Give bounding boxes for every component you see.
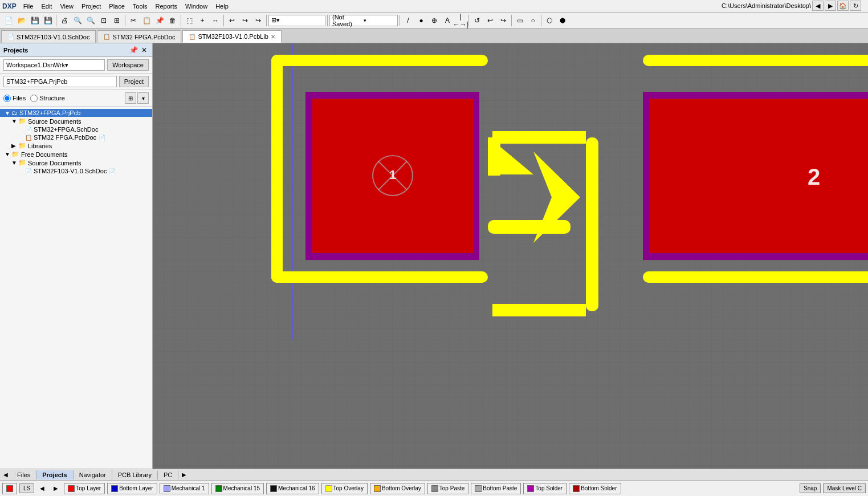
tb-undo2-btn[interactable]: ↩ [484,14,496,27]
tb-move-btn[interactable]: ↔ [209,14,222,27]
files-radio-label[interactable]: Files [3,95,26,102]
menu-tools[interactable]: Tools [129,2,151,11]
menu-file[interactable]: File [20,2,37,11]
structure-radio-label[interactable]: Structure [30,95,65,102]
tree-expand-sch1[interactable] [18,127,25,133]
menu-place[interactable]: Place [105,2,128,11]
layer-top-solder[interactable]: Top Solder [523,483,567,494]
tree-expand-sch2[interactable] [18,168,25,174]
tb-redo3-btn[interactable]: ↪ [497,14,510,27]
tb-zoom-fit-btn[interactable]: ⊡ [97,14,110,27]
tb-delete-btn[interactable]: 🗑 [166,14,179,27]
tree-item-sch2[interactable]: 📄 STM32F103-V1.0.SchDoc 📄 [0,167,152,175]
bottom-tab-navigator[interactable]: Navigator [74,470,112,479]
tb-text-btn[interactable]: A [441,14,454,27]
status-right-arrow[interactable]: ▶ [50,484,62,493]
project-button[interactable]: Project [119,76,149,87]
view-icon-btn1[interactable]: ⊞ [125,92,136,104]
tree-item-root[interactable]: ▼ 🗂 STM32+FPGA.PrjPcb [0,109,152,117]
files-radio[interactable] [3,95,11,102]
layer-top[interactable]: Top Layer [64,483,105,494]
layer-top-paste[interactable]: Top Paste [427,483,468,494]
addr-home-btn[interactable]: 🏠 [837,1,849,11]
tb-arc-btn[interactable]: ↺ [471,14,483,27]
tb-redo2-btn[interactable]: ↪ [252,14,264,27]
tab-pcbdoc[interactable]: 📋 STM32 FPGA.PcbDoc [97,30,181,43]
tree-item-sch1[interactable]: 📄 STM32+FPGA.SchDoc [0,125,152,133]
snap-dropdown[interactable]: ⊞▾ [268,15,325,26]
panel-close-btn[interactable]: ✕ [140,46,149,54]
tb-pin-btn[interactable]: ● [415,14,427,27]
layer-bottom[interactable]: Bottom Layer [107,483,157,494]
mask-level-btn[interactable]: Mask Level C [823,483,866,493]
tb-circ-btn[interactable]: ○ [527,14,539,27]
panel-pin-btn[interactable]: 📌 [128,46,140,54]
layer-top-overlay[interactable]: Top Overlay [321,483,368,494]
tb-wire-btn[interactable]: / [402,14,414,27]
tb-new-btn[interactable]: 📄 [2,14,15,27]
addr-forward-btn[interactable]: ▶ [825,1,836,11]
tree-item-lib1[interactable]: ▶ 📁 Libraries [0,141,152,150]
tree-expand-src2[interactable]: ▼ [11,160,18,166]
tb-select-btn[interactable]: ⬚ [183,14,195,27]
menu-window[interactable]: Window [182,2,211,11]
tb-deselect-btn[interactable]: + [196,14,209,27]
bottom-right-arrow[interactable]: ▶ [178,470,190,479]
bottom-tab-pcblib[interactable]: PCB Library [112,470,158,479]
bottom-tab-files[interactable]: Files [11,470,36,479]
tb-zoom-out-btn[interactable]: 🔍 [84,14,97,27]
tb-undo-btn[interactable]: ↩ [226,14,238,27]
tree-item-free1[interactable]: ▼ 📁 Free Documents [0,150,152,158]
tree-expand-root[interactable]: ▼ [5,110,11,116]
tb-param-btn[interactable]: ⊕ [428,14,441,27]
tb-cut-btn[interactable]: ✂ [127,14,140,27]
tb-3d-btn[interactable]: ⬡ [543,14,556,27]
workspace-button[interactable]: Workspace [107,59,149,71]
canvas-area[interactable]: 1 [153,43,868,469]
bottom-tab-pc[interactable]: PC [158,470,178,479]
bottom-left-arrow[interactable]: ◀ [0,470,11,479]
tb-print-btn[interactable]: 🖨 [58,14,71,27]
status-left-arrow[interactable]: ◀ [36,484,48,493]
tree-item-src2[interactable]: ▼ 📁 Source Documents [0,158,152,167]
menu-edit[interactable]: Edit [38,2,55,11]
tb-view3d-btn[interactable]: ⬢ [556,14,569,27]
tb-save-all-btn[interactable]: 💾 [42,14,54,27]
menu-reports[interactable]: Reports [152,2,181,11]
tb-redo-btn[interactable]: ↪ [239,14,251,27]
tb-save-btn[interactable]: 💾 [28,14,41,27]
tree-item-src1[interactable]: ▼ 📁 Source Documents [0,117,152,125]
tb-zoom-in-btn[interactable]: 🔍 [71,14,84,27]
tb-rect-btn[interactable]: ▭ [514,14,526,27]
tab-schdoc[interactable]: 📄 STM32F103-V1.0.SchDoc [1,30,96,43]
tree-item-pcb1[interactable]: 📋 STM32 FPGA.PcbDoc 📄 [0,133,152,141]
tree-expand-pcb1[interactable] [18,135,25,141]
tree-expand-src1[interactable]: ▼ [11,118,18,124]
layer-mech16[interactable]: Mechanical 16 [266,483,319,494]
layer-mech1[interactable]: Mechanical 1 [160,483,209,494]
addr-back-btn[interactable]: ◀ [812,1,824,11]
not-saved-dropdown[interactable]: (Not Saved) ▾ [329,15,398,26]
tb-paste-btn[interactable]: 📌 [153,14,166,27]
tree-expand-free1[interactable]: ▼ [5,151,11,157]
view-icon-btn2[interactable]: ▾ [137,92,149,104]
layer-bottom-overlay[interactable]: Bottom Overlay [370,483,425,494]
snap-btn[interactable]: Snap [800,483,821,493]
ls-btn[interactable]: LS [19,483,34,493]
menu-view[interactable]: View [56,2,77,11]
structure-radio[interactable] [30,95,38,102]
layer-bottom-solder[interactable]: Bottom Solder [569,483,621,494]
bottom-tab-projects[interactable]: Projects [36,470,73,479]
menu-help[interactable]: Help [212,2,232,11]
tb-zoom-sel-btn[interactable]: ⊞ [111,14,123,27]
tree-expand-lib1[interactable]: ▶ [11,143,18,149]
tb-open-btn[interactable]: 📂 [15,14,28,27]
tab-pcblib-close[interactable]: ✕ [271,34,275,40]
tab-pcblib[interactable]: 📋 STM32F103-V1.0.PcbLib ✕ [182,30,282,43]
project-input[interactable] [3,76,117,87]
menu-project[interactable]: Project [78,2,104,11]
layer-bottom-paste[interactable]: Bottom Paste [471,483,521,494]
layer-mech15[interactable]: Mechanical 15 [211,483,264,494]
workspace-dropdown[interactable]: Workspace1.DsnWrk ▾ [3,59,105,71]
tb-meas-btn[interactable]: |←→| [454,14,467,27]
